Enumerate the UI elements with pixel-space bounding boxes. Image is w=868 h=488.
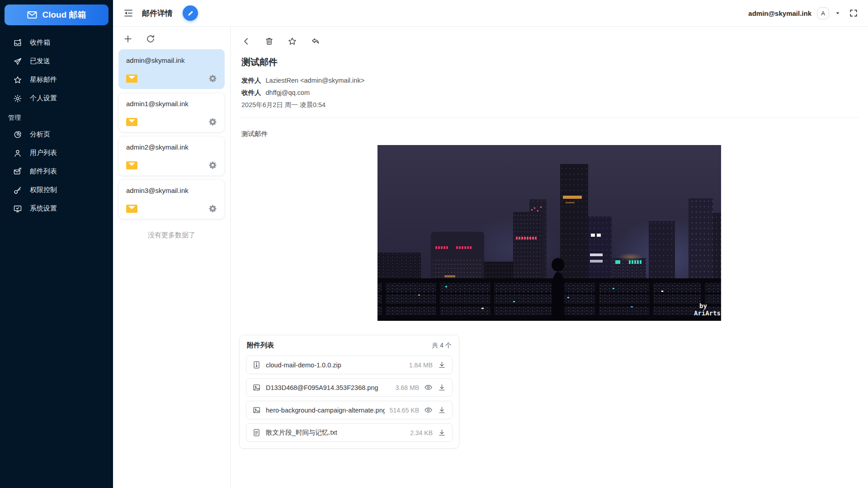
attachment-size: 514.65 KB (390, 407, 419, 414)
attachment-row[interactable]: hero-background-campaign-alternate.png 5… (246, 401, 453, 419)
sidebar-item-users[interactable]: 用户列表 (0, 144, 113, 162)
caret-down-icon[interactable] (835, 10, 841, 16)
attachment-count: 共 4 个 (432, 342, 452, 350)
refresh-button[interactable] (146, 34, 156, 44)
to-value: dhffgj@qq.com (266, 89, 310, 96)
mail-subject: 测试邮件 (231, 46, 868, 68)
collapse-menu-icon[interactable] (123, 8, 134, 19)
city-night-image: by AriArts (377, 145, 721, 321)
reply-button[interactable] (311, 37, 320, 46)
mail-detail-panel: 测试邮件 发件人LaziestRen <admin@skymail.ink> 收… (231, 27, 868, 488)
account-card-email: admin1@skymail.ink (126, 100, 217, 108)
sidebar-item-sent[interactable]: 已发送 (0, 52, 113, 70)
plus-icon (123, 34, 133, 44)
from-label: 发件人 (241, 77, 261, 84)
sidebar-item-starred[interactable]: 星标邮件 (0, 70, 113, 89)
send-icon (13, 57, 22, 66)
attachment-size: 1.84 MB (409, 361, 433, 369)
topbar-account-area: admin@skymail.ink A (748, 7, 858, 19)
account-email: admin@skymail.ink (748, 9, 811, 17)
sidebar: Cloud 邮箱 收件箱 已发送 星标邮件 个人设置 管理 分析页 用户列表 (0, 0, 113, 488)
account-card-email: admin2@skymail.ink (126, 143, 217, 151)
mail-date: 2025年6月2日 周一 凌晨0:54 (241, 99, 857, 111)
app-logo-text: Cloud 邮箱 (42, 9, 86, 21)
attachment-panel: 附件列表 共 4 个 cloud-mail-demo-1.0.0.zip 1.8… (239, 335, 459, 449)
account-settings-button[interactable] (208, 117, 217, 126)
image-file-icon (252, 406, 261, 414)
monitor-icon (13, 204, 22, 213)
mail-to-row: 收件人dhffgj@qq.com (241, 87, 857, 99)
text-file-icon (252, 428, 261, 437)
star-icon (13, 75, 22, 84)
account-card[interactable]: admin2@skymail.ink (118, 136, 225, 176)
download-button[interactable] (438, 361, 446, 369)
avatar[interactable]: A (817, 7, 829, 19)
account-card[interactable]: admin@skymail.ink (118, 49, 225, 89)
sidebar-item-label: 分析页 (30, 130, 50, 139)
from-value: LaziestRen <admin@skymail.ink> (266, 77, 365, 84)
sidebar-item-label: 个人设置 (30, 94, 57, 103)
fullscreen-icon[interactable] (849, 9, 858, 18)
sidebar-nav: 收件箱 已发送 星标邮件 个人设置 管理 分析页 用户列表 邮件列表 (0, 33, 113, 218)
account-card[interactable]: admin1@skymail.ink (118, 93, 225, 132)
sidebar-item-label: 权限控制 (30, 186, 57, 194)
add-account-button[interactable] (123, 34, 133, 44)
sidebar-item-label: 系统设置 (30, 204, 57, 213)
attachment-size: 3.68 MB (396, 384, 419, 391)
sidebar-item-label: 星标邮件 (30, 75, 57, 84)
sidebar-item-permissions[interactable]: 权限控制 (0, 181, 113, 199)
image-watermark-line1: by (699, 302, 707, 310)
delete-button[interactable] (264, 37, 274, 46)
attachment-name: hero-background-campaign-alternate.png (266, 407, 385, 414)
inbox-icon (13, 38, 22, 47)
mail-toolbar (231, 27, 868, 46)
envelope-icon (27, 9, 38, 20)
sidebar-item-label: 已发送 (30, 57, 50, 66)
attachment-row[interactable]: D133D468@F095A914.353F2368.png 3.68 MB (246, 378, 453, 397)
account-settings-button[interactable] (208, 204, 217, 213)
account-settings-button[interactable] (208, 161, 217, 169)
sidebar-section-label: 管理 (0, 108, 113, 125)
envelope-icon (126, 205, 137, 213)
sidebar-item-analytics[interactable]: 分析页 (0, 125, 113, 144)
gear-icon (13, 94, 22, 103)
compose-button[interactable] (183, 5, 198, 21)
sidebar-item-inbox[interactable]: 收件箱 (0, 33, 113, 52)
key-icon (13, 186, 22, 195)
user-icon (13, 149, 22, 158)
account-card-email: admin3@skymail.ink (126, 187, 217, 194)
zip-file-icon (252, 361, 261, 369)
attachment-row[interactable]: cloud-mail-demo-1.0.0.zip 1.84 MB (246, 356, 453, 374)
mail-body-text: 测试邮件 (231, 118, 868, 138)
no-more-data-label: 没有更多数据了 (113, 231, 230, 239)
download-button[interactable] (438, 406, 446, 414)
sidebar-item-label: 邮件列表 (30, 167, 57, 176)
back-button[interactable] (241, 37, 251, 46)
image-file-icon (252, 383, 261, 392)
sidebar-item-mail-list[interactable]: 邮件列表 (0, 162, 113, 181)
mail-body-image[interactable]: by AriArts (377, 145, 721, 321)
download-button[interactable] (438, 383, 446, 392)
attachment-name: cloud-mail-demo-1.0.0.zip (266, 361, 404, 369)
app-logo[interactable]: Cloud 邮箱 (5, 5, 108, 25)
attachment-size: 2.34 KB (410, 429, 433, 436)
sidebar-item-personal-settings[interactable]: 个人设置 (0, 89, 113, 108)
page-title: 邮件详情 (142, 8, 173, 19)
envelope-icon (126, 118, 137, 126)
download-button[interactable] (438, 428, 446, 437)
sidebar-item-label: 用户列表 (30, 149, 57, 157)
star-button[interactable] (288, 37, 297, 46)
preview-button[interactable] (424, 406, 433, 414)
account-settings-button[interactable] (208, 74, 217, 83)
to-label: 收件人 (241, 89, 261, 96)
attachment-name: D133D468@F095A914.353F2368.png (266, 384, 391, 391)
mail-from-row: 发件人LaziestRen <admin@skymail.ink> (241, 75, 857, 87)
account-card-email: admin@skymail.ink (126, 56, 217, 64)
mail-list-icon (13, 167, 22, 176)
attachment-row[interactable]: 散文片段_时间与记忆.txt 2.34 KB (246, 423, 453, 442)
account-card[interactable]: admin3@skymail.ink (118, 179, 225, 219)
sidebar-item-label: 收件箱 (30, 38, 50, 47)
sidebar-item-system-settings[interactable]: 系统设置 (0, 199, 113, 218)
preview-button[interactable] (424, 383, 433, 392)
account-list-toolbar (113, 27, 230, 49)
